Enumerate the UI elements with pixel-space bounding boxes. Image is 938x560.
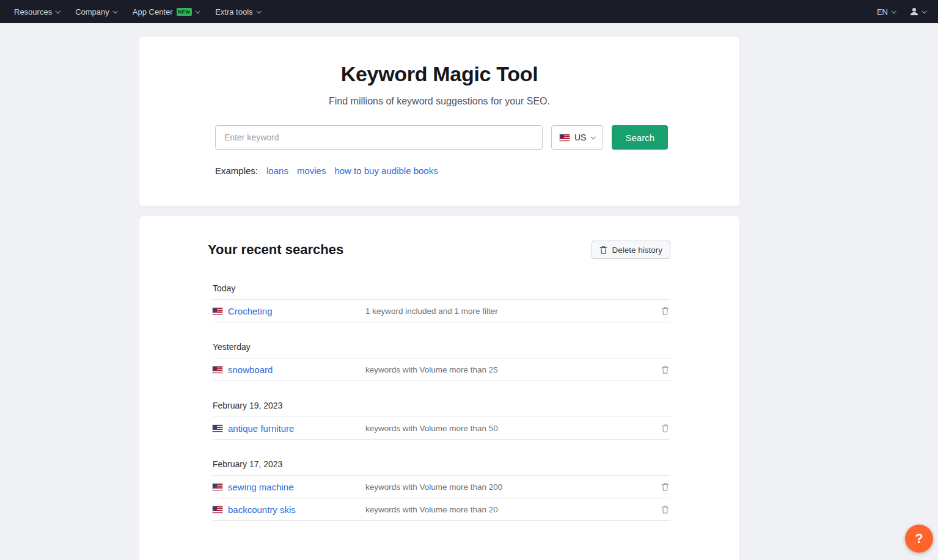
- us-flag-icon: [213, 506, 222, 513]
- page-subtitle: Find millions of keyword suggestions for…: [139, 96, 739, 107]
- nav-right: EN: [869, 0, 932, 23]
- delete-row-button[interactable]: [660, 504, 670, 515]
- search-filters-desc: keywords with Volume more than 50: [365, 424, 660, 433]
- delete-history-label: Delete history: [612, 245, 662, 255]
- keyword-cell: backcountry skis: [213, 504, 365, 515]
- nav-item-resources-label: Resources: [14, 7, 52, 16]
- example-link-movies[interactable]: movies: [297, 165, 326, 176]
- trash-icon: [599, 245, 607, 254]
- trash-icon: [661, 482, 669, 491]
- keyword-cell: Crocheting: [213, 306, 365, 316]
- delete-row-button[interactable]: [660, 305, 670, 316]
- nav-item-extra-tools-label: Extra tools: [215, 7, 252, 16]
- chevron-down-icon: [891, 9, 896, 13]
- group-date: February 17, 2023: [213, 459, 670, 476]
- trash-icon: [661, 307, 669, 315]
- recent-searches-title: Your recent searches: [208, 242, 343, 258]
- keyword-cell: snowboard: [213, 365, 365, 375]
- delete-row-button[interactable]: [660, 481, 670, 492]
- keyword-link[interactable]: backcountry skis: [228, 504, 296, 515]
- search-filters-desc: keywords with Volume more than 20: [365, 505, 660, 514]
- keyword-link[interactable]: Crocheting: [228, 306, 273, 316]
- trash-icon: [661, 424, 669, 432]
- delete-history-button[interactable]: Delete history: [592, 241, 670, 259]
- help-button[interactable]: ?: [905, 525, 933, 553]
- keyword-cell: antique furniture: [213, 423, 365, 434]
- group-date: Yesterday: [213, 342, 670, 358]
- search-group-yesterday: Yesterday snowboard keywords with Volume…: [213, 342, 670, 381]
- top-nav: Resources Company App Center NEW Extra t…: [0, 0, 938, 23]
- user-menu[interactable]: [903, 0, 932, 23]
- keyword-input[interactable]: [215, 125, 543, 150]
- search-group-today: Today Crocheting 1 keyword included and …: [213, 283, 670, 322]
- nav-item-extra-tools[interactable]: Extra tools: [207, 0, 268, 23]
- search-row-item: antique furniture keywords with Volume m…: [213, 417, 670, 440]
- us-flag-icon: [213, 484, 222, 490]
- delete-row-button[interactable]: [660, 423, 670, 434]
- keyword-cell: sewing machine: [213, 482, 365, 492]
- chevron-down-icon: [56, 9, 60, 13]
- us-flag-icon: [560, 134, 570, 141]
- chevron-down-icon: [196, 9, 200, 13]
- trash-icon: [661, 365, 669, 374]
- language-selector[interactable]: EN: [869, 0, 903, 23]
- example-link-loans[interactable]: loans: [266, 165, 288, 176]
- keyword-link[interactable]: antique furniture: [228, 423, 294, 434]
- language-label: EN: [877, 7, 888, 16]
- nav-item-company[interactable]: Company: [67, 0, 125, 23]
- search-filters-desc: keywords with Volume more than 200: [365, 482, 660, 492]
- country-label: US: [574, 133, 586, 142]
- nav-item-app-center-label: App Center: [133, 7, 173, 16]
- examples-label: Examples:: [215, 165, 258, 176]
- keyword-link[interactable]: sewing machine: [228, 482, 294, 492]
- search-group-feb-19: February 19, 2023 antique furniture keyw…: [213, 401, 670, 440]
- group-date: February 19, 2023: [213, 401, 670, 417]
- examples-row: Examples: loans movies how to buy audibl…: [139, 165, 739, 176]
- us-flag-icon: [213, 425, 222, 432]
- chevron-down-icon: [922, 9, 926, 13]
- country-selector[interactable]: US: [551, 125, 603, 150]
- search-filters-desc: keywords with Volume more than 25: [365, 365, 660, 374]
- search-filters-desc: 1 keyword included and 1 more filter: [365, 307, 660, 316]
- nav-item-resources[interactable]: Resources: [6, 0, 67, 23]
- chevron-down-icon: [112, 9, 117, 13]
- keyword-magic-tool-card: Keyword Magic Tool Find millions of keyw…: [139, 37, 739, 206]
- search-group-feb-17: February 17, 2023 sewing machine keyword…: [213, 459, 670, 521]
- page-content: Keyword Magic Tool Find millions of keyw…: [139, 37, 739, 560]
- example-link-audible[interactable]: how to buy audible books: [334, 165, 438, 176]
- group-date: Today: [213, 283, 670, 300]
- page-title: Keyword Magic Tool: [139, 62, 739, 86]
- nav-item-app-center[interactable]: App Center NEW: [125, 0, 207, 23]
- us-flag-icon: [213, 308, 222, 315]
- trash-icon: [661, 505, 669, 514]
- recent-searches-header: Your recent searches Delete history: [208, 241, 670, 259]
- user-icon: [909, 7, 919, 16]
- recent-searches-list: Today Crocheting 1 keyword included and …: [208, 283, 670, 521]
- nav-item-company-label: Company: [75, 7, 109, 16]
- new-badge: NEW: [177, 8, 192, 16]
- search-row: US Search: [139, 125, 739, 150]
- search-row-item: sewing machine keywords with Volume more…: [213, 476, 670, 498]
- search-row-item: Crocheting 1 keyword included and 1 more…: [213, 300, 670, 322]
- search-row-item: snowboard keywords with Volume more than…: [213, 358, 670, 381]
- keyword-link[interactable]: snowboard: [228, 365, 273, 375]
- recent-searches-card: Your recent searches Delete history Toda…: [139, 216, 739, 560]
- chevron-down-icon: [256, 9, 261, 13]
- chevron-down-icon: [591, 134, 596, 139]
- us-flag-icon: [213, 366, 222, 373]
- delete-row-button[interactable]: [660, 364, 670, 375]
- search-row-item: backcountry skis keywords with Volume mo…: [213, 498, 670, 521]
- search-button[interactable]: Search: [612, 125, 668, 150]
